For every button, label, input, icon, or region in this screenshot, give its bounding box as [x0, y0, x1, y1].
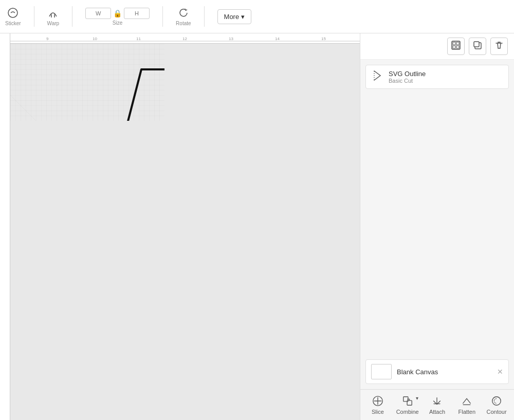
- svg-rect-21: [456, 42, 459, 45]
- delete-layer-button[interactable]: [490, 38, 508, 55]
- rotate-icon: [178, 7, 189, 20]
- duplicate-icon: [473, 41, 482, 52]
- combine-label: Combine: [396, 409, 419, 415]
- svg-text:12: 12: [182, 36, 187, 41]
- more-chevron-icon: ▾: [241, 13, 245, 21]
- layer-actions: [360, 33, 514, 60]
- canvas-area: [10, 44, 360, 420]
- contour-action[interactable]: Contour: [482, 395, 511, 415]
- height-input[interactable]: [124, 8, 150, 19]
- add-layer-button[interactable]: [447, 38, 465, 55]
- blank-canvas-item[interactable]: Blank Canvas ✕: [365, 359, 509, 384]
- right-panel: Layers Color Sync ✕: [360, 0, 514, 420]
- add-icon: [451, 41, 461, 52]
- svg-rect-20: [453, 42, 455, 45]
- sticker-icon: [7, 7, 19, 20]
- sticker-label: Sticker: [5, 21, 21, 26]
- blank-canvas-thumbnail: [371, 364, 392, 379]
- size-group: 🔒 Size: [85, 8, 150, 26]
- lock-icon: 🔒: [113, 9, 122, 17]
- layer-info: SVG Outline Basic Cut: [389, 70, 426, 84]
- svg-text:15: 15: [321, 36, 326, 41]
- contour-icon: [491, 395, 502, 407]
- rotate-group: Rotate: [176, 7, 191, 26]
- svg-rect-22: [453, 46, 455, 48]
- layer-type: Basic Cut: [389, 78, 426, 84]
- more-label: More: [224, 13, 240, 21]
- separator-2: [72, 6, 72, 27]
- bottom-actions: Slice Combine ▾ Attach Flatten: [360, 389, 514, 420]
- blank-canvas-close-icon[interactable]: ✕: [497, 368, 503, 376]
- svg-text:13: 13: [229, 36, 233, 41]
- duplicate-layer-button[interactable]: [469, 38, 486, 55]
- ruler-top: 8 9 10 11 12 13 14 15: [0, 33, 360, 44]
- flatten-icon: [461, 395, 472, 407]
- warp-icon: [47, 7, 59, 20]
- blank-canvas-label: Blank Canvas: [397, 368, 438, 376]
- separator-3: [162, 6, 163, 27]
- attach-label: Attach: [429, 409, 445, 415]
- svg-rect-16: [10, 44, 164, 121]
- svg-rect-23: [456, 46, 459, 48]
- svg-point-0: [8, 8, 17, 17]
- svg-text:14: 14: [275, 36, 280, 41]
- rotate-label: Rotate: [176, 21, 191, 26]
- width-input[interactable]: [85, 8, 111, 19]
- svg-text:9: 9: [46, 36, 49, 41]
- svg-rect-3: [0, 33, 360, 44]
- slice-action[interactable]: Slice: [363, 395, 393, 415]
- ruler-left: [0, 33, 10, 420]
- attach-icon: [431, 395, 443, 407]
- slice-label: Slice: [372, 409, 384, 415]
- combine-chevron-icon: ▾: [416, 395, 418, 401]
- svg-text:10: 10: [93, 36, 97, 41]
- canvas-grid: [10, 44, 164, 121]
- layer-item[interactable]: SVG Outline Basic Cut: [365, 65, 509, 89]
- combine-action[interactable]: Combine ▾: [393, 395, 423, 415]
- separator-1: [34, 6, 34, 27]
- slice-icon: [372, 395, 383, 407]
- svg-rect-25: [474, 42, 479, 47]
- more-button[interactable]: More ▾: [217, 9, 252, 24]
- warp-tool[interactable]: Warp: [47, 7, 60, 26]
- layer-cut-icon: [371, 69, 383, 84]
- layer-list: SVG Outline Basic Cut: [360, 60, 514, 359]
- flatten-label: Flatten: [458, 409, 475, 415]
- warp-label: Warp: [47, 21, 60, 26]
- size-label: Size: [113, 20, 122, 26]
- separator-4: [204, 6, 205, 27]
- layer-name: SVG Outline: [389, 70, 426, 78]
- sticker-tool[interactable]: Sticker: [5, 7, 21, 26]
- flatten-action[interactable]: Flatten: [452, 395, 482, 415]
- combine-icon: [402, 395, 413, 407]
- svg-text:11: 11: [136, 36, 141, 41]
- contour-label: Contour: [487, 409, 507, 415]
- toolbar: Sticker Warp 🔒 Size Rotate: [0, 0, 514, 33]
- attach-action[interactable]: Attach: [423, 395, 452, 415]
- delete-icon: [494, 41, 504, 52]
